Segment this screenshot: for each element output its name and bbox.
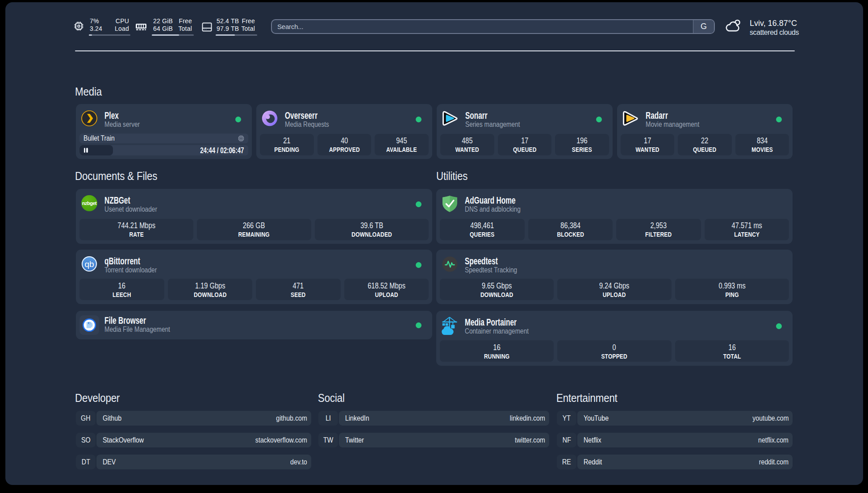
svg-text:nzbget: nzbget: [82, 201, 97, 206]
svg-text:qb: qb: [84, 259, 94, 269]
